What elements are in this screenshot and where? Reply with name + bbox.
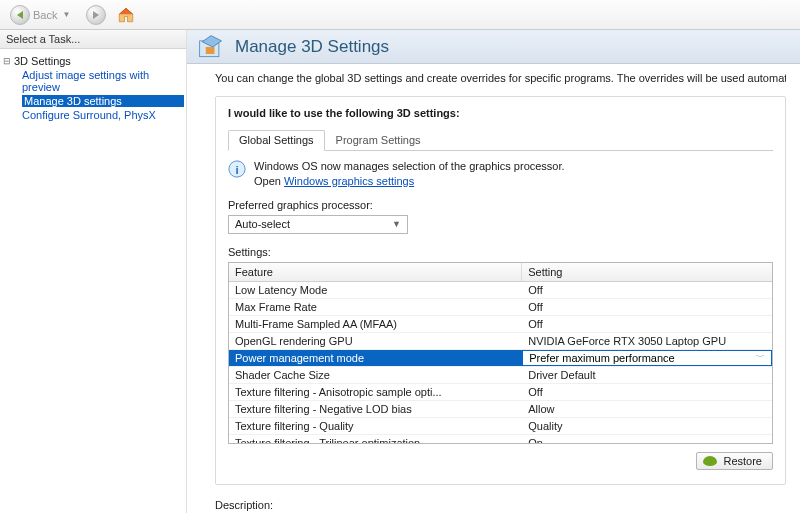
- grid-cell-setting: NVIDIA GeForce RTX 3050 Laptop GPU: [522, 333, 772, 349]
- page-header: Manage 3D Settings: [187, 30, 800, 64]
- forward-arrow-icon: [86, 5, 106, 25]
- grid-cell-setting: Allow: [522, 401, 772, 417]
- tab-program-settings[interactable]: Program Settings: [325, 130, 432, 151]
- grid-cell-setting: Off: [522, 282, 772, 298]
- nvidia-icon: [703, 456, 717, 466]
- grid-cell-feature: OpenGL rendering GPU: [229, 333, 522, 349]
- grid-cell-setting: Quality: [522, 418, 772, 434]
- grid-row[interactable]: Shader Cache SizeDriver Default: [229, 367, 772, 384]
- tree-collapse-icon[interactable]: ⊟: [2, 56, 12, 66]
- settings-grid[interactable]: Feature Setting Low Latency ModeOffMax F…: [228, 262, 773, 444]
- tree-item-surround-physx[interactable]: Configure Surround, PhysX: [22, 109, 184, 121]
- info-icon: i: [228, 160, 246, 178]
- grid-row[interactable]: Power management modePrefer maximum perf…: [229, 350, 772, 367]
- description-label: Description:: [215, 499, 786, 511]
- info-line1: Windows OS now manages selection of the …: [254, 160, 565, 172]
- tree-root-3d-settings[interactable]: ⊟ 3D Settings: [2, 55, 184, 67]
- tree-root-label: 3D Settings: [14, 55, 71, 67]
- grid-row[interactable]: Texture filtering - QualityQuality: [229, 418, 772, 435]
- info-message: i Windows OS now manages selection of th…: [228, 159, 773, 189]
- tree-item-manage-3d[interactable]: Manage 3D settings: [22, 95, 184, 107]
- description-section: Description: The Latency control reduces…: [215, 499, 786, 513]
- chevron-down-icon: ﹀: [756, 351, 765, 364]
- grid-cell-setting: Driver Default: [522, 367, 772, 383]
- home-icon: [117, 6, 135, 24]
- select-task-header: Select a Task...: [0, 30, 186, 49]
- grid-cell-setting: Off: [522, 384, 772, 400]
- back-dropdown-icon: ▼: [62, 10, 70, 19]
- grid-cell-feature: Shader Cache Size: [229, 367, 522, 383]
- settings-panel: I would like to use the following 3D set…: [215, 96, 786, 485]
- grid-cell-setting: On: [522, 435, 772, 443]
- svg-rect-1: [206, 47, 215, 54]
- back-label: Back: [33, 9, 57, 21]
- windows-graphics-link[interactable]: Windows graphics settings: [284, 175, 414, 187]
- intro-text: You can change the global 3D settings an…: [215, 72, 786, 84]
- page-title: Manage 3D Settings: [235, 37, 389, 57]
- grid-row[interactable]: Multi-Frame Sampled AA (MFAA)Off: [229, 316, 772, 333]
- restore-button[interactable]: Restore: [696, 452, 773, 470]
- tree-item-adjust-image[interactable]: Adjust image settings with preview: [22, 69, 184, 93]
- back-button[interactable]: Back ▼: [4, 3, 76, 27]
- panel-heading: I would like to use the following 3D set…: [228, 107, 773, 119]
- grid-cell-feature: Low Latency Mode: [229, 282, 522, 298]
- settings-label: Settings:: [228, 246, 773, 258]
- grid-header: Feature Setting: [229, 263, 772, 282]
- grid-row[interactable]: Texture filtering - Negative LOD biasAll…: [229, 401, 772, 418]
- grid-cell-feature: Max Frame Rate: [229, 299, 522, 315]
- grid-cell-feature: Power management mode: [229, 350, 522, 366]
- back-arrow-icon: [10, 5, 30, 25]
- col-feature[interactable]: Feature: [229, 263, 522, 281]
- col-setting[interactable]: Setting: [522, 263, 772, 281]
- grid-cell-feature: Texture filtering - Negative LOD bias: [229, 401, 522, 417]
- grid-cell-setting[interactable]: Prefer maximum performance﹀: [522, 350, 772, 366]
- grid-cell-feature: Texture filtering - Trilinear optimizati…: [229, 435, 522, 443]
- info-line2a: Open: [254, 175, 284, 187]
- grid-cell-feature: Multi-Frame Sampled AA (MFAA): [229, 316, 522, 332]
- content-area: Manage 3D Settings You can change the gl…: [187, 30, 800, 513]
- preferred-processor-label: Preferred graphics processor:: [228, 199, 773, 211]
- tabs: Global Settings Program Settings: [228, 129, 773, 151]
- task-tree: ⊟ 3D Settings Adjust image settings with…: [0, 49, 186, 127]
- grid-cell-setting: Off: [522, 299, 772, 315]
- sidebar: Select a Task... ⊟ 3D Settings Adjust im…: [0, 30, 187, 513]
- tab-global-settings[interactable]: Global Settings: [228, 130, 325, 151]
- grid-row[interactable]: Texture filtering - Anisotropic sample o…: [229, 384, 772, 401]
- restore-label: Restore: [723, 455, 762, 467]
- svg-text:i: i: [235, 163, 238, 176]
- preferred-processor-value: Auto-select: [235, 218, 290, 230]
- grid-cell-setting: Off: [522, 316, 772, 332]
- header-3d-icon: [197, 33, 225, 61]
- home-button[interactable]: [116, 5, 136, 25]
- grid-cell-feature: Texture filtering - Anisotropic sample o…: [229, 384, 522, 400]
- forward-button[interactable]: [80, 3, 112, 27]
- toolbar: Back ▼: [0, 0, 800, 30]
- grid-cell-feature: Texture filtering - Quality: [229, 418, 522, 434]
- grid-row[interactable]: Max Frame RateOff: [229, 299, 772, 316]
- grid-row[interactable]: Low Latency ModeOff: [229, 282, 772, 299]
- preferred-processor-select[interactable]: Auto-select ▼: [228, 215, 408, 234]
- grid-row[interactable]: OpenGL rendering GPUNVIDIA GeForce RTX 3…: [229, 333, 772, 350]
- grid-row[interactable]: Texture filtering - Trilinear optimizati…: [229, 435, 772, 443]
- chevron-down-icon: ▼: [392, 219, 401, 229]
